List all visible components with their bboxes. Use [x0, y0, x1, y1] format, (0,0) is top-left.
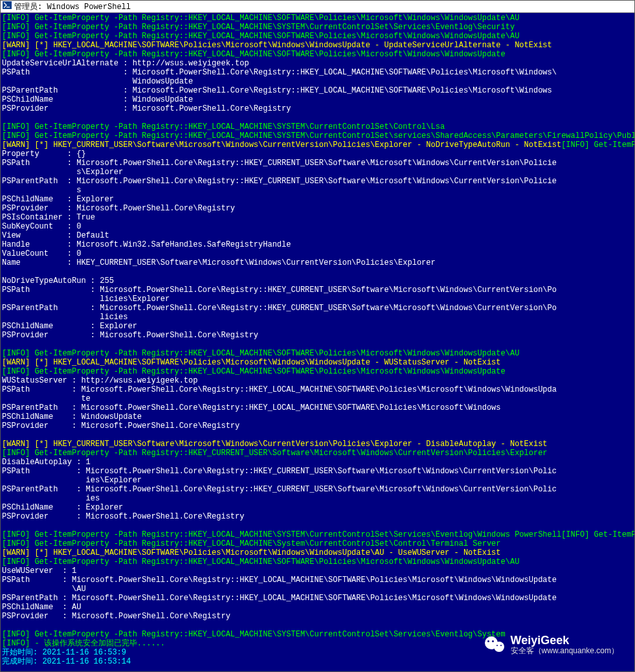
watermark-subtitle: 安全客（www.anquanke.com） — [511, 647, 619, 655]
watermark: WeiyiGeek 安全客（www.anquanke.com） — [485, 634, 619, 656]
powershell-window: 管理员: Windows PowerShell [INFO] Get-ItemP… — [0, 0, 635, 672]
wechat-icon — [485, 634, 507, 656]
svg-rect-0 — [3, 1, 12, 9]
window-title: 管理员: Windows PowerShell — [14, 1, 131, 12]
powershell-icon — [3, 1, 14, 12]
terminal-output[interactable]: [INFO] Get-ItemProperty -Path Registry::… — [1, 13, 634, 671]
title-bar[interactable]: 管理员: Windows PowerShell — [1, 1, 634, 13]
watermark-title: WeiyiGeek — [511, 634, 619, 647]
